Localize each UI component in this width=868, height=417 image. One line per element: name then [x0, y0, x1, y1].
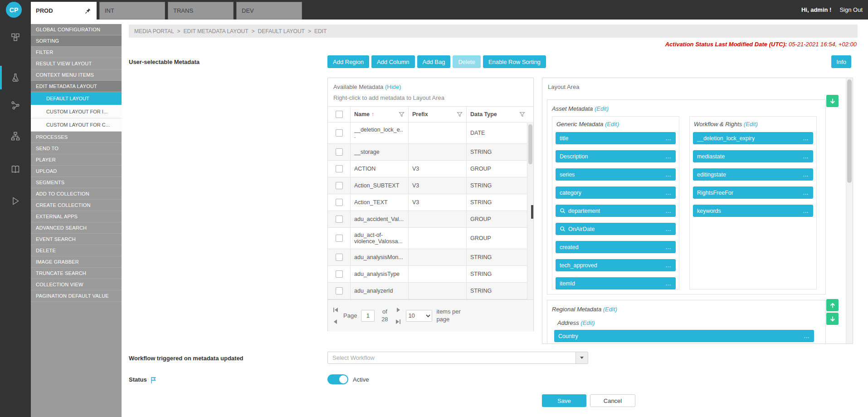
grid-scrollbar-thumb[interactable] — [528, 124, 532, 164]
sidebar-item-event-search[interactable]: EVENT SEARCH — [31, 234, 122, 245]
enable-row-sorting-button[interactable]: Enable Row Sorting — [483, 55, 546, 68]
row-checkbox[interactable] — [336, 216, 343, 223]
edit-workflow-rights-link[interactable]: (Edit) — [744, 121, 758, 128]
last-page-button[interactable] — [395, 319, 402, 325]
filter-icon[interactable] — [399, 112, 405, 118]
metadata-chip[interactable]: title … — [556, 132, 676, 144]
next-page-button[interactable] — [395, 307, 402, 313]
metadata-chip[interactable]: editingstate … — [693, 168, 813, 181]
table-row[interactable]: adu_analyzerId STRING — [328, 283, 533, 299]
table-row[interactable]: __storage STRING — [328, 144, 533, 161]
move-down-button[interactable] — [826, 313, 839, 325]
table-row[interactable]: adu_act-of-violence_Valossa... GROUP — [328, 228, 533, 249]
chip-menu-icon[interactable]: … — [803, 135, 809, 142]
sidebar-item-send-to[interactable]: SEND TO — [31, 143, 122, 154]
sidebar-item-add-to-collection[interactable]: ADD TO COLLECTION — [31, 188, 122, 200]
dropdown-button[interactable] — [575, 352, 588, 363]
chip-menu-icon[interactable]: … — [665, 135, 672, 142]
column-header-name[interactable]: Name ↑ — [350, 107, 408, 122]
sidebar-item-advanced-search[interactable]: ADVANCED SEARCH — [31, 222, 122, 234]
chip-menu-icon[interactable]: … — [804, 333, 810, 339]
row-checkbox[interactable] — [336, 165, 343, 172]
metadata-chip[interactable]: departement … — [556, 205, 676, 217]
add-column-button[interactable]: Add Column — [371, 55, 415, 68]
row-checkbox[interactable] — [336, 199, 343, 206]
sidebar-item-context-menu-items[interactable]: CONTEXT MENU ITEMS — [31, 69, 122, 81]
metadata-chip[interactable]: Description … — [556, 150, 676, 162]
layout-area-scrollbar-thumb[interactable] — [847, 79, 852, 183]
log-book-icon[interactable] — [0, 157, 31, 181]
page-size-select[interactable]: 10 — [406, 310, 432, 322]
edit-address-link[interactable]: (Edit) — [580, 319, 595, 326]
table-row[interactable]: Action_SUBTEXT V3 STRING — [328, 177, 533, 194]
sidebar-item-player[interactable]: PLAYER — [31, 154, 122, 166]
table-row[interactable]: adu_analysisType STRING — [328, 266, 533, 283]
app-logo[interactable]: CP — [6, 2, 22, 18]
metadata-chip[interactable]: itemId … — [556, 277, 676, 289]
sidebar-item-truncate-search[interactable]: TRUNCATE SEARCH — [31, 268, 122, 279]
breadcrumb-item[interactable]: DEFAULT LAYOUT — [258, 28, 305, 34]
edit-asset-metadata-link[interactable]: (Edit) — [595, 105, 609, 112]
sidebar-item-segments[interactable]: SEGMENTS — [31, 177, 122, 188]
sidebar-item-create-collection[interactable]: CREATE COLLECTION — [31, 200, 122, 211]
sidebar-item-result-view-layout[interactable]: RESULT VIEW LAYOUT — [31, 58, 122, 69]
filter-icon[interactable] — [457, 112, 463, 118]
panel-scrollbar-thumb[interactable] — [531, 205, 533, 219]
hide-link[interactable]: (Hide) — [385, 83, 401, 90]
edit-regional-metadata-link[interactable]: (Edit) — [603, 306, 617, 313]
sidebar-item-edit-metadata-layout[interactable]: EDIT METADATA LAYOUT — [31, 81, 122, 92]
add-bag-button[interactable]: Add Bag — [417, 55, 451, 68]
chip-menu-icon[interactable]: … — [665, 262, 672, 269]
metadata-chip[interactable]: category … — [556, 186, 676, 199]
chip-menu-icon[interactable]: … — [665, 171, 672, 178]
row-checkbox[interactable] — [336, 270, 343, 278]
sidebar-item-processes[interactable]: PROCESSES — [31, 132, 122, 143]
sidebar-item-custom-layout-for-i[interactable]: CUSTOM LAYOUT FOR I... — [31, 105, 122, 118]
breadcrumb-item[interactable]: EDIT — [314, 28, 327, 34]
table-row[interactable]: adu_analysisMon... STRING — [328, 249, 533, 266]
info-button[interactable]: Info — [831, 55, 851, 68]
sidebar-item-custom-layout-for-c[interactable]: CUSTOM LAYOUT FOR C... — [31, 118, 122, 132]
add-region-button[interactable]: Add Region — [327, 55, 369, 68]
metadata-chip[interactable]: keywords … — [693, 205, 813, 217]
row-checkbox[interactable] — [336, 148, 343, 156]
tab-int[interactable]: INT — [99, 2, 165, 20]
chip-menu-icon[interactable]: … — [665, 226, 672, 232]
previous-page-button[interactable] — [332, 319, 339, 325]
table-row[interactable]: adu_accident_Val... GROUP — [328, 211, 533, 228]
cancel-button[interactable]: Cancel — [590, 394, 635, 407]
tab-prod[interactable]: PROD — [31, 2, 97, 20]
row-checkbox[interactable] — [336, 129, 343, 137]
metadata-chip[interactable]: Country … — [554, 330, 814, 342]
sidebar-item-default-layout[interactable]: DEFAULT LAYOUT — [31, 92, 122, 105]
table-row[interactable]: __deletion_lock_e... DATE — [328, 123, 533, 144]
metadata-chip[interactable]: OnAirDate … — [556, 223, 676, 235]
sidebar-item-upload[interactable]: UPLOAD — [31, 166, 122, 177]
metadata-chip[interactable]: __deletion_lock_expiry … — [693, 132, 813, 144]
row-checkbox[interactable] — [336, 287, 343, 294]
move-down-button[interactable] — [826, 95, 839, 107]
column-header-data-type[interactable]: Data Type — [466, 107, 533, 122]
chip-menu-icon[interactable]: … — [665, 207, 672, 214]
assets-icon[interactable] — [0, 25, 31, 49]
page-number-input[interactable] — [361, 310, 375, 322]
workflow-icon[interactable] — [0, 93, 31, 117]
chip-menu-icon[interactable]: … — [803, 189, 809, 196]
sidebar-item-filter[interactable]: FILTER — [31, 47, 122, 58]
sidebar-item-external-apps[interactable]: EXTERNAL APPS — [31, 211, 122, 222]
breadcrumb-item[interactable]: MEDIA PORTAL — [134, 28, 174, 34]
metadata-chip[interactable]: created … — [556, 241, 676, 253]
chip-menu-icon[interactable]: … — [665, 153, 672, 160]
chip-menu-icon[interactable]: … — [803, 207, 809, 214]
configuration-flask-icon[interactable] — [0, 66, 31, 89]
delete-button[interactable]: Delete — [453, 55, 481, 68]
column-header-prefix[interactable]: Prefix — [408, 107, 466, 122]
sidebar-item-collection-view[interactable]: COLLECTION VIEW — [31, 279, 122, 290]
sign-out-link[interactable]: Sign Out — [839, 6, 863, 13]
move-up-button[interactable] — [826, 299, 839, 311]
metadata-chip[interactable]: tech_approved … — [556, 259, 676, 271]
breadcrumb-item[interactable]: EDIT METADATA LAYOUT — [184, 28, 249, 34]
filter-icon[interactable] — [519, 112, 525, 118]
chip-menu-icon[interactable]: … — [665, 189, 672, 196]
first-page-button[interactable] — [332, 307, 339, 313]
